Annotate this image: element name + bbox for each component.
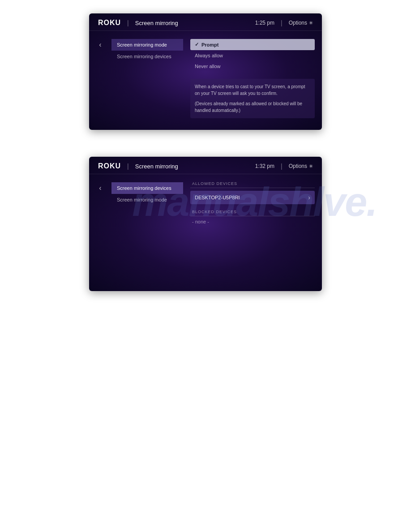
screen2-menu-col: Screen mirroring devices Screen mirrorin… xyxy=(111,179,183,287)
screen2-blocked-none: - none - xyxy=(190,219,315,224)
screen2-container: ROKU | Screen mirroring 1:32 pm | Option… xyxy=(89,157,322,291)
screen1-pipe: | xyxy=(281,19,283,26)
roku-screen1: ROKU | Screen mirroring 1:25 pm | Option… xyxy=(89,13,322,130)
screen1-menu-item-1[interactable]: Screen mirroring devices xyxy=(111,51,183,62)
roku-logo: ROKU xyxy=(98,19,121,27)
screen1-time: 1:25 pm xyxy=(255,20,274,26)
screen1-header: ROKU | Screen mirroring 1:25 pm | Option… xyxy=(89,13,322,31)
screen2-pipe: | xyxy=(281,163,283,170)
screen1-desc-line1: When a device tries to cast to your TV s… xyxy=(195,83,310,97)
screen2-options-label: Options xyxy=(289,163,307,169)
screen2-nav-col: ‹ xyxy=(89,179,111,287)
screen1-menu-col: Screen mirroring mode Screen mirroring d… xyxy=(111,35,183,125)
screen1-options[interactable]: Options ✳ xyxy=(289,20,313,26)
screen2-device-arrow-0: › xyxy=(308,194,310,201)
screen1-body: ‹ Screen mirroring mode Screen mirroring… xyxy=(89,31,322,130)
screen2-roku-logo: ROKU xyxy=(98,162,121,170)
screen1-checkmark: ✓ xyxy=(195,42,199,47)
screen2-body: ‹ Screen mirroring devices Screen mirror… xyxy=(89,174,322,291)
screen1-divider: | xyxy=(127,19,129,26)
screen1-option-prompt-label: Prompt xyxy=(201,42,219,47)
screen2-divider: | xyxy=(127,163,129,170)
screen1-back-arrow[interactable]: ‹ xyxy=(99,41,101,49)
screen2-header: ROKU | Screen mirroring 1:32 pm | Option… xyxy=(89,157,322,174)
screen2-device-name-0: DESKTOP2-U5P8RI xyxy=(195,195,240,200)
screen2-menu-item-1[interactable]: Screen mirroring mode xyxy=(111,194,183,206)
screen2-blocked-label: Blocked devices xyxy=(190,210,315,216)
screen2-header-right: 1:32 pm | Options ✳ xyxy=(255,163,313,170)
screen2-menu-item-0[interactable]: Screen mirroring devices xyxy=(111,182,183,194)
screen1-logo-area: ROKU | Screen mirroring xyxy=(98,19,178,27)
screen1-menu-item-0[interactable]: Screen mirroring mode xyxy=(111,39,183,51)
screen2-device-row-0[interactable]: DESKTOP2-U5P8RI › xyxy=(190,191,315,204)
screen1-option-always-label: Always allow xyxy=(195,53,223,58)
screen1-desc-line2: (Devices already marked as allowed or bl… xyxy=(195,100,310,114)
screen1-option-prompt[interactable]: ✓ Prompt xyxy=(190,39,315,50)
screen1-option-never[interactable]: Never allow xyxy=(190,61,315,72)
screen2-blocked-section: Blocked devices - none - xyxy=(190,210,315,224)
screen1-option-always[interactable]: Always allow xyxy=(190,50,315,61)
screen1-description: When a device tries to cast to your TV s… xyxy=(190,79,315,118)
screen2-logo-area: ROKU | Screen mirroring xyxy=(98,162,178,170)
screen1-options-label: Options xyxy=(289,20,307,26)
screen2-options[interactable]: Options ✳ xyxy=(289,163,313,169)
screen1-container: ROKU | Screen mirroring 1:25 pm | Option… xyxy=(89,13,322,130)
screen1-nav-col: ‹ xyxy=(89,35,111,125)
screen1-options-icon: ✳ xyxy=(309,20,313,26)
screen1-header-right: 1:25 pm | Options ✳ xyxy=(255,19,313,26)
screen2-title: Screen mirroring xyxy=(135,163,178,170)
screen2-devices-panel: Allowed devices DESKTOP2-U5P8RI › Blocke… xyxy=(183,179,322,287)
screen2-allowed-label: Allowed devices xyxy=(190,181,315,188)
roku-screen2: ROKU | Screen mirroring 1:32 pm | Option… xyxy=(89,157,322,291)
screen2-options-icon: ✳ xyxy=(309,163,313,169)
screen1-option-never-label: Never allow xyxy=(195,64,220,69)
screen2-time: 1:32 pm xyxy=(255,163,274,169)
screen1-options-col: ✓ Prompt Always allow Never allow When a… xyxy=(183,35,322,125)
screen2-back-arrow[interactable]: ‹ xyxy=(99,184,101,192)
page-wrapper: manualshlve. ROKU | Screen mirroring 1:2… xyxy=(0,0,411,532)
screen1-title: Screen mirroring xyxy=(135,20,178,26)
